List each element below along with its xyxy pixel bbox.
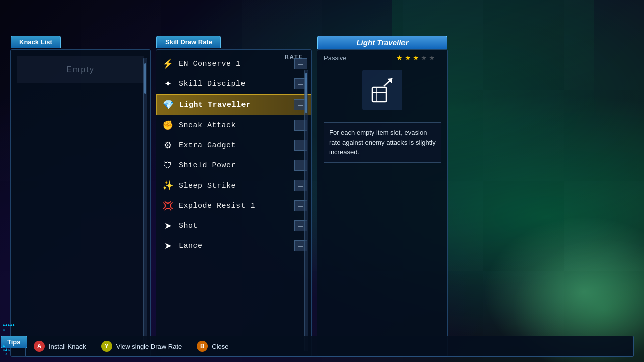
skill-item-icon: 🛡 — [160, 158, 175, 172]
skill-item-icon: ✨ — [160, 178, 175, 193]
skill-item[interactable]: ✊Sneak Attack— — [156, 115, 311, 135]
skill-item[interactable]: 🛡Shield Power— — [156, 155, 311, 175]
skill-item-name: Sleep Strike — [179, 182, 291, 190]
light-traveller-icon-svg — [365, 72, 400, 108]
skill-item-icon: ➤ — [160, 219, 175, 233]
detail-panel-tab: Light Traveller — [317, 36, 447, 49]
skill-item-name: Extra Gadget — [179, 141, 291, 150]
detail-stars: ★★★★★ — [390, 54, 441, 62]
star-filled: ★ — [413, 54, 419, 62]
skill-item-name: EN Conserve 1 — [179, 60, 291, 68]
skill-panel: Skill Draw Rate RATE ⚡EN Conserve 1—✦Ski… — [156, 49, 312, 357]
action-label: Install Knack — [49, 343, 86, 350]
tips-action[interactable]: BClose — [197, 341, 228, 352]
skill-item-name: Explode Resist 1 — [179, 202, 291, 210]
main-content: Knack List Empty Skill Draw Rate RATE ⚡E… — [0, 0, 644, 362]
star-empty: ★ — [429, 54, 435, 62]
skill-rate-button[interactable]: — — [294, 58, 307, 69]
skill-item-icon: ✊ — [160, 118, 175, 132]
action-label: View single Draw Rate — [116, 343, 182, 350]
skill-scrollbar[interactable] — [304, 70, 308, 351]
skill-item[interactable]: 💢Explode Resist 1— — [156, 196, 311, 216]
knack-scrollbar[interactable] — [143, 58, 147, 348]
tips-bar: Tips AInstall KnackYView single Draw Rat… — [25, 336, 634, 357]
detail-icon-area — [317, 62, 447, 118]
skill-item-icon: ➤ — [160, 239, 175, 253]
skill-item-icon: ⚙ — [160, 138, 175, 152]
knack-scrollbar-thumb — [144, 63, 146, 94]
skill-item[interactable]: ⚙Extra Gadget— — [156, 135, 311, 155]
skill-item-name: Shield Power — [179, 161, 291, 170]
star-filled: ★ — [396, 54, 403, 62]
tips-action[interactable]: YView single Draw Rate — [101, 341, 182, 352]
tips-actions: AInstall KnackYView single Draw RateBClo… — [34, 341, 229, 352]
skill-item[interactable]: ➤Shot— — [156, 216, 311, 236]
tips-character-area: ♟♟♟♟♟♙ ♟♙♟♙ ♙ — [0, 312, 25, 362]
skill-item-name: Lance — [179, 242, 291, 250]
skill-item[interactable]: 💎Light Traveller— — [156, 94, 311, 115]
skill-scrollbar-thumb — [305, 73, 307, 113]
action-button-a: A — [34, 341, 45, 352]
skill-list: ⚡EN Conserve 1—✦Skill Disciple—💎Light Tr… — [156, 54, 311, 256]
star-empty: ★ — [421, 54, 427, 62]
tips-action[interactable]: AInstall Knack — [34, 341, 86, 352]
skill-item-icon: ⚡ — [160, 57, 175, 71]
skill-item-icon: 💎 — [161, 98, 175, 112]
skill-item-name: Light Traveller — [179, 101, 291, 109]
skill-item-icon: ✦ — [160, 77, 175, 91]
action-button-y: Y — [101, 341, 112, 352]
knack-empty-slot: Empty — [17, 56, 144, 83]
svg-rect-0 — [372, 87, 386, 102]
action-label: Close — [212, 343, 228, 350]
knack-list-panel: Knack List Empty — [10, 49, 151, 357]
skill-item[interactable]: ✨Sleep Strike— — [156, 175, 311, 196]
skill-item-name: Skill Disciple — [179, 80, 291, 88]
detail-description: For each empty item slot, evasion rate a… — [324, 122, 441, 163]
knack-empty-label: Empty — [66, 65, 94, 74]
detail-type: Passive — [324, 54, 347, 62]
pixel-character-bottom: ♟♙♟♙ ♙ — [3, 344, 10, 357]
skill-item-name: Shot — [179, 222, 291, 230]
skill-item[interactable]: ✦Skill Disciple— — [156, 74, 311, 94]
skill-item[interactable]: ➤Lance— — [156, 236, 311, 256]
star-filled: ★ — [405, 54, 411, 62]
pixel-character-top: ♟♟♟♟♟♙ — [3, 323, 15, 332]
skill-item-icon: 💢 — [160, 199, 175, 213]
detail-icon — [362, 70, 403, 110]
detail-panel: Light Traveller Passive ★★★★★ For each e… — [317, 49, 448, 357]
knack-list-tab: Knack List — [11, 36, 61, 48]
skill-item-name: Sneak Attack — [179, 121, 291, 130]
skill-item[interactable]: ⚡EN Conserve 1— — [156, 54, 311, 74]
skill-panel-tab: Skill Draw Rate — [156, 36, 221, 48]
action-button-b: B — [197, 341, 208, 352]
